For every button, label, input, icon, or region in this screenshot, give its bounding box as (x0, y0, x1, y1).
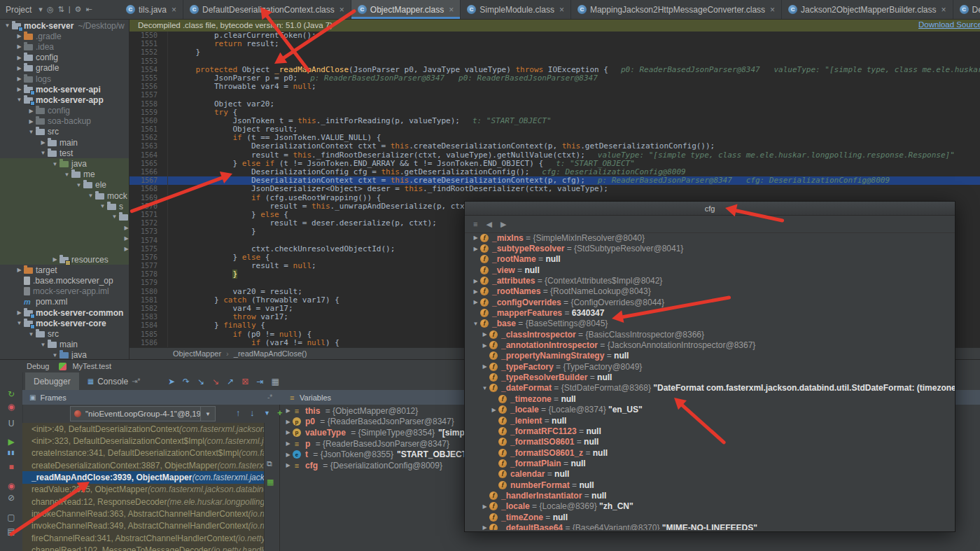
chevron-right-icon[interactable]: ▶ (50, 256, 59, 263)
popup-field-row[interactable]: f_propertyNamingStrategy = null (465, 351, 955, 361)
chevron-right-icon[interactable]: ▶ (489, 407, 498, 413)
gear-icon[interactable]: ⚙ (75, 5, 82, 13)
chevron-right-icon[interactable]: ▶ (480, 363, 489, 370)
back-icon[interactable]: ◀ (486, 220, 491, 229)
chevron-down-icon[interactable]: ▾ (38, 5, 43, 13)
frame-row[interactable]: <init>:49, DefaultDeserializationContext… (22, 423, 264, 435)
chevron-down-icon[interactable]: ▼ (98, 203, 107, 209)
chevron-right-icon[interactable]: ▶ (15, 33, 24, 39)
prev-frame-icon[interactable]: ↑ (236, 407, 241, 418)
evaluate-expression-icon[interactable]: ▦ (271, 377, 279, 386)
chevron-down-icon[interactable]: ▼ (38, 342, 48, 348)
copy-icon[interactable]: ⧉ (267, 459, 272, 468)
tree-item[interactable]: ▶ (0, 233, 129, 244)
tree-item[interactable]: ▼mock-server~/Desktop/w (0, 20, 129, 31)
tree-item[interactable]: ▶config (0, 53, 129, 63)
tree-item[interactable]: ▶config (0, 106, 129, 116)
popup-field-row[interactable]: f_timeZone = null (465, 512, 955, 522)
add-icon[interactable]: + (277, 407, 283, 418)
chevron-right-icon[interactable]: ▶ (15, 43, 24, 50)
step-over-icon[interactable]: ↷ (183, 377, 190, 386)
chevron-down-icon[interactable]: ▼ (471, 321, 480, 327)
tree-item[interactable]: ▼test (0, 148, 129, 158)
chevron-right-icon[interactable]: ▶ (15, 267, 24, 273)
tree-item[interactable]: mpom.xml (0, 297, 129, 307)
resume-icon[interactable]: ▶ (0, 437, 22, 447)
popup-field-row[interactable]: ▼f_dateFormat = {StdDateFormat@8368} "Da… (465, 383, 955, 393)
frame-row[interactable]: channelRead:102, MessageToMessageDecoder… (22, 544, 264, 551)
chevron-down-icon[interactable]: ▼ (86, 193, 95, 199)
code-line[interactable]: 1558 Object var20; (130, 100, 980, 109)
mute-breakpoints-icon[interactable]: ⊘ (0, 493, 22, 503)
filter-icon[interactable]: ▼ (264, 410, 270, 417)
chevron-right-icon[interactable]: ▶ (38, 139, 48, 146)
frame-row[interactable]: fireChannelRead:341, AbstractChannelHand… (22, 532, 264, 544)
popup-field-row[interactable]: ▶f_attributes = {ContextAttributes$Impl@… (465, 275, 955, 286)
popup-field-row[interactable]: f_formatPlain = null (465, 458, 955, 468)
chevron-right-icon[interactable]: ▶ (27, 118, 36, 125)
frame-row[interactable]: createInstance:341, DefaultDeserializati… (22, 447, 264, 459)
download-source-link[interactable]: Download Source (918, 20, 980, 29)
stop-icon[interactable]: ■ (0, 462, 22, 472)
popup-field-row[interactable]: f_handlerInstantiator = null (465, 490, 955, 501)
popup-field-row[interactable]: f_view = null (465, 265, 955, 275)
tree-item[interactable]: ▶.gradle (0, 31, 129, 41)
chevron-right-icon[interactable]: ▶ (471, 278, 480, 284)
popup-field-row[interactable]: ▶f_typeFactory = {TypeFactory@8049} (465, 361, 955, 372)
close-icon[interactable]: × (559, 5, 564, 15)
compare-icon[interactable]: ▦ (267, 477, 274, 487)
popup-field-row[interactable]: f_mapperFeatures = 6340347 (465, 307, 955, 318)
debug-label[interactable]: Debug (27, 362, 49, 370)
chevron-right-icon[interactable]: ▶ (284, 440, 293, 447)
tree-item[interactable]: ▶logs (0, 74, 129, 84)
popup-field-row[interactable]: ▶f_subtypeResolver = {StdSubtypeResolver… (465, 243, 955, 253)
chevron-right-icon[interactable]: ▶ (15, 55, 24, 61)
tree-item[interactable]: ▼java (0, 350, 129, 359)
frame-row[interactable]: createDeserializationContext:3887, Objec… (22, 459, 264, 471)
tree-item[interactable]: mock-server-app.iml (0, 286, 129, 297)
tree-item[interactable]: ▶resources (0, 254, 129, 265)
editor-tab[interactable]: Ctils.java× (120, 0, 183, 19)
chevron-down-icon[interactable]: ▼ (15, 320, 24, 326)
update-app-icon[interactable]: U (0, 419, 22, 428)
chevron-right-icon[interactable]: ▶ (27, 108, 36, 114)
rerun-failed-icon[interactable]: ◉ (0, 402, 22, 412)
editor-tab[interactable]: CJackson2ObjectMapperBuilder.class× (782, 0, 953, 19)
project-selector[interactable]: Project (6, 5, 31, 15)
chevron-right-icon[interactable]: ▶ (471, 299, 480, 305)
chevron-right-icon[interactable]: ▶ (480, 503, 489, 510)
chevron-down-icon[interactable]: ▼ (110, 214, 119, 220)
tree-item[interactable]: ▶target (0, 265, 129, 275)
tree-item[interactable]: ▶ (0, 244, 129, 254)
chevron-right-icon[interactable]: ▶ (480, 342, 489, 349)
chevron-down-icon[interactable]: ▼ (480, 385, 489, 391)
layout-icon[interactable]: ▢ (0, 512, 22, 522)
close-icon[interactable]: × (449, 5, 454, 15)
next-frame-icon[interactable]: ↓ (250, 407, 255, 418)
close-icon[interactable]: × (340, 5, 344, 15)
settings-icon[interactable]: -* (267, 393, 272, 401)
chevron-right-icon[interactable]: ▶ (122, 246, 129, 252)
popup-field-row[interactable]: f_typeResolverBuilder = null (465, 372, 955, 382)
chevron-right-icon[interactable]: ▶ (284, 429, 293, 435)
chevron-down-icon[interactable]: ▼ (62, 172, 71, 178)
editor-tab[interactable]: CMappingJackson2HttpMessageConverter.cla… (571, 0, 782, 19)
step-out-icon[interactable]: ↗ (227, 377, 234, 386)
forward-icon[interactable]: ▶ (500, 220, 506, 229)
dropdown-arrow-icon[interactable]: ▼ (200, 407, 215, 421)
tree-item[interactable]: ▼mock-server-app (0, 95, 129, 105)
tree-item[interactable]: ▼ele (0, 180, 129, 190)
tree-item[interactable]: ▼mock (0, 190, 129, 201)
tree-item[interactable]: .base.mockserver_op (0, 276, 129, 286)
tree-item[interactable]: ▼src (0, 127, 129, 137)
tree-item[interactable]: ▶ (0, 223, 129, 233)
frame-row[interactable]: _readMapAndClose:3939, ObjectMapper (com… (22, 471, 264, 483)
tree-item[interactable]: ▼me (0, 169, 129, 180)
popup-field-row[interactable]: fcalendar = null (465, 469, 955, 480)
tree-item[interactable]: ▼mock-server-core (0, 318, 129, 328)
code-line[interactable]: 1552 } (130, 48, 980, 57)
collapse-icon[interactable]: ⇅ (58, 5, 64, 13)
locate-icon[interactable]: ◎ (47, 5, 54, 13)
chevron-down-icon[interactable]: ▼ (3, 22, 12, 29)
chevron-right-icon[interactable]: ▶ (284, 419, 293, 425)
